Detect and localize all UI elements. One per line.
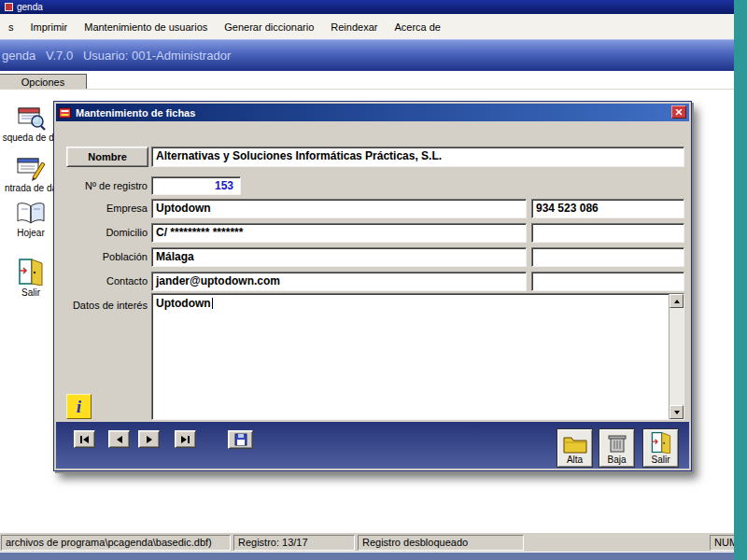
menu-item-mantenimiento-de-usuarios[interactable]: Mantenimiento de usuarios [76,19,216,35]
datos-de-interes-label: Datos de interés [54,300,148,311]
close-button[interactable] [671,105,686,119]
dialog-titlebar[interactable]: Mantenimiento de fichas [56,104,689,121]
folder-icon [563,435,587,454]
scroll-down-button[interactable] [669,405,684,419]
empresa-label: Empresa [54,203,148,214]
exit-door-icon [650,431,672,454]
next-record-button[interactable] [138,430,160,448]
statusbar-file-path: archivos de programa\pcagenda\basedic.db… [1,535,231,551]
banner-text: genda V.7.0 Usuario: 001-Administrador [0,49,231,63]
baja-button[interactable]: Baja [599,428,635,468]
nombre-field[interactable]: Alternativas y Soluciones Informáticas P… [151,147,684,167]
close-icon [675,109,683,116]
alta-button[interactable]: Alta [557,428,593,468]
statusbar-record-state: Registro desbloqueado [358,535,524,551]
nombre-button[interactable]: Nombre [66,147,148,167]
empresa-value: Uptodown [152,200,526,217]
data-entry-icon [16,155,46,181]
datos-de-interes-text: Uptodown [152,294,684,313]
domicilio-value: C/ ********* ******* [152,224,526,241]
first-record-icon [80,436,82,443]
salir-label: Salir [651,455,669,465]
empresa-field[interactable]: Uptodown [151,199,527,218]
menu-item-generar-diccionario[interactable]: Generar diccionario [216,19,322,35]
vertical-scrollbar[interactable] [669,294,684,419]
first-record-button[interactable] [74,430,95,448]
arrow-up-icon [674,300,680,303]
save-record-button[interactable] [228,430,253,449]
contacto-extra-field[interactable] [531,272,684,291]
poblacion-value: Málaga [152,248,526,265]
baja-label: Baja [607,455,626,465]
statusbar-num-lock: NUM [710,535,734,551]
contacto-field[interactable]: jander@uptodown.com [151,272,527,291]
info-button[interactable]: i [66,394,92,419]
nombre-value: Alternativas y Soluciones Informáticas P… [152,147,684,164]
sidebar-item-label: squeda de da [3,133,60,143]
app-banner: genda V.7.0 Usuario: 001-Administrador [0,39,734,71]
nombre-button-label: Nombre [88,151,127,162]
sidebar-item-label: Salir [21,287,40,298]
options-tab[interactable]: Opciones [0,74,87,90]
last-record-button[interactable] [175,430,196,448]
scroll-up-button[interactable] [669,294,684,308]
empresa-phone-field[interactable]: 934 523 086 [531,199,684,218]
datos-de-interes-textarea[interactable]: Uptodown [151,293,684,420]
domicilio-label: Domicilio [54,227,148,238]
sidebar-item-label: Hojear [17,228,44,238]
browse-book-icon [16,202,46,226]
statusbar: archivos de programa\pcagenda\basedic.db… [0,532,734,552]
app-titlebar[interactable]: genda [0,0,734,14]
next-record-icon [147,436,152,443]
floppy-disk-icon [234,433,247,446]
previous-record-icon [117,436,122,443]
last-record-icon [188,436,190,443]
previous-record-button[interactable] [108,430,130,448]
empresa-phone-value: 934 523 086 [532,200,684,217]
dialog-title: Mantenimiento de fichas [76,107,195,119]
statusbar-record-counter: Registro: 13/17 [233,535,355,551]
app-title: genda [17,2,43,12]
tab-strip-line [0,89,734,90]
app-icon [5,3,13,11]
num-registro-value: 153 [152,177,240,194]
dialog-card-icon [59,107,71,119]
domicilio-extra-field[interactable] [531,223,684,243]
arrow-down-icon [674,411,680,414]
app-window: genda s Imprimir Mantenimiento de usuari… [0,0,734,553]
contacto-value: jander@uptodown.com [152,273,526,289]
domicilio-field[interactable]: C/ ********* ******* [151,223,527,243]
search-records-icon [16,103,46,131]
poblacion-extra-field[interactable] [531,247,684,267]
menu-item-reindexar[interactable]: Reindexar [322,19,386,35]
dialog-footer: Alta Baja Salir [56,422,689,469]
poblacion-field[interactable]: Málaga [151,247,527,267]
menu-item-ficheros-partial[interactable]: s [0,19,22,35]
alta-label: Alta [567,455,583,465]
sidebar-item-label: ntrada de da [5,183,57,193]
exit-door-icon [18,258,44,286]
menu-item-imprimir[interactable]: Imprimir [22,19,77,35]
dialog-mantenimiento-de-fichas: Mantenimiento de fichas Nombre Alternati… [53,101,692,471]
options-tab-label: Opciones [21,77,64,88]
trash-icon [608,433,627,454]
bottom-desktop-strip [0,553,734,560]
menu-item-acerca-de[interactable]: Acerca de [386,19,449,35]
info-icon: i [77,397,81,417]
poblacion-label: Población [54,251,148,262]
menubar: s Imprimir Mantenimiento de usuarios Gen… [0,14,734,39]
text-cursor [212,298,213,309]
salir-button[interactable]: Salir [642,428,679,468]
num-registro-label: Nº de registro [54,180,148,191]
contacto-label: Contacto [54,275,148,287]
num-registro-field[interactable]: 153 [151,176,241,195]
